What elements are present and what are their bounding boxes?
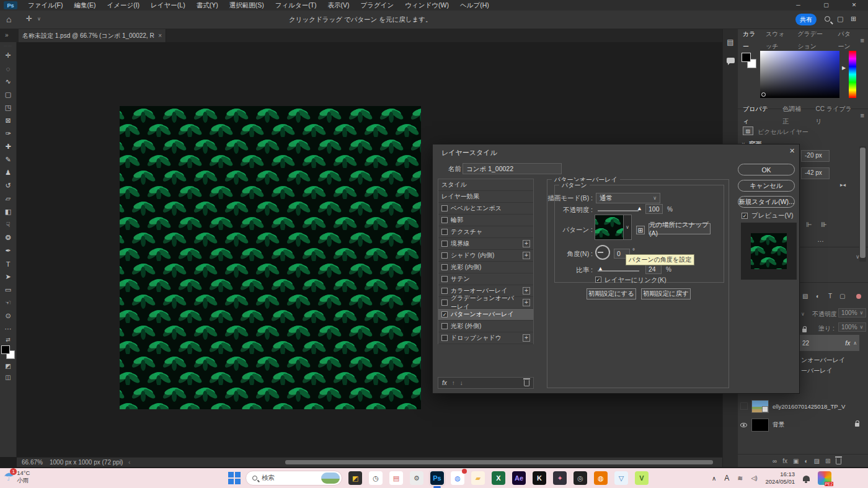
chemistry-app[interactable]: ▽ [613,470,629,486]
layer-row-photo[interactable]: elly20160701425018_TP_V [740,398,868,414]
menu-item[interactable]: 編集(E) [68,0,101,11]
panel-scrollbar[interactable] [859,146,866,262]
excel-app[interactable]: X [490,470,507,486]
add-effect-icon[interactable]: + [523,334,530,342]
delete-effect-icon[interactable] [524,380,529,386]
link-layers-icon[interactable]: ∞ [773,458,777,464]
align-icon[interactable]: ⊩ [806,221,812,229]
set-default-button[interactable]: 初期設定にする [587,288,636,299]
filter-pixel-icon[interactable]: ▧ [802,293,808,299]
move-tool-icon[interactable]: ✛ [26,14,32,23]
opacity-slider[interactable] [598,210,639,211]
move-down-icon[interactable]: ↓ [460,379,463,386]
menu-item[interactable]: プラグイン [355,0,400,11]
tray-overflow-icon[interactable]: ∧ [712,475,716,482]
eraser-tool[interactable]: ▱ [0,192,17,205]
スタイル[interactable]: スタイル + [438,179,533,191]
scale-field[interactable]: 24 [645,264,662,274]
fx-badge[interactable]: fx [845,340,850,347]
start-button[interactable] [228,472,241,484]
tab-gradients[interactable]: グラデーション [792,28,833,53]
add-effect-icon[interactable]: + [523,252,530,259]
gradient-tool[interactable]: ◧ [0,205,17,218]
scale-slider[interactable] [598,270,639,272]
dialog-close-icon[interactable]: ✕ [789,147,795,155]
opacity-slider-thumb[interactable]: ▲ [637,205,642,211]
selected-layer-row[interactable]: 22 fx ∧ [800,335,859,351]
shape-tool[interactable]: ▭ [0,283,17,296]
ドロップシャドウ[interactable]: ドロップシャドウ + [438,332,533,344]
scrollbar-thumb[interactable] [860,148,866,258]
history-panel-icon[interactable]: ▤ [727,38,733,47]
foreground-color-swatch[interactable] [742,53,751,62]
home-icon[interactable]: ⌂ [6,14,11,24]
toolbar-grip[interactable]: ⋯⋯ [4,43,12,48]
hue-bar[interactable] [849,51,856,98]
テクスチャ[interactable]: テクスチャ + [438,226,533,238]
adjustment-layer-icon[interactable]: ◐ [804,458,808,464]
collapse-effects-icon[interactable]: ∧ [853,340,857,346]
tab-adjustments[interactable]: 色調補正 [777,103,811,128]
visibility-toggle-icon[interactable] [740,402,748,410]
panel-menu-icon[interactable]: ≡ [861,37,864,44]
clone-stamp-tool[interactable]: ♟ [0,166,17,179]
minimize-button[interactable]: ─ [784,0,812,11]
tab-close-icon[interactable]: × [158,32,162,39]
hand-tool[interactable]: ☜ [0,296,17,309]
layer-name[interactable]: elly20160701425018_TP_V [773,403,845,410]
ime-indicator[interactable]: A [724,474,729,482]
zoom-tool[interactable]: ⊙ [0,309,17,322]
グラデーションオーバーレイ[interactable]: グラデーションオーバーレイ + [438,297,533,309]
menu-item[interactable]: レイヤー(L) [145,0,191,11]
type-tool[interactable]: T [0,257,17,270]
layer-style-icon[interactable]: fx [782,458,787,464]
blend-mode-select[interactable]: 通常 ∨ [596,193,660,203]
style-checkbox[interactable] [441,217,448,223]
color-field-marker[interactable] [761,92,766,97]
opacity-field[interactable]: 100 [645,204,663,214]
サテン[interactable]: サテン + [438,273,533,285]
pattern-thumbnail[interactable] [595,215,623,239]
chevron-down-icon[interactable]: ∨ [860,310,864,316]
search-icon[interactable] [825,16,830,22]
panel-menu-icon[interactable]: ≡ [861,112,864,119]
new-group-icon[interactable]: ▨ [813,458,819,464]
style-checkbox[interactable] [441,323,448,329]
history-brush-tool[interactable]: ↺ [0,179,17,192]
clock-app[interactable]: ◷ [368,470,384,486]
weather-widget[interactable]: ☂ 1 14°C 小雨 [4,469,30,484]
horizontal-scrollbar[interactable] [285,460,713,464]
layer-row-background[interactable]: 背景 [740,417,868,433]
境界線[interactable]: 境界線 + [438,238,533,250]
menu-item[interactable]: イメージ(I) [101,0,145,11]
dodge-tool[interactable]: ❂ [0,231,17,244]
chrome-app[interactable]: ◍ [450,470,466,486]
style-checkbox[interactable] [441,311,448,317]
tab-overflow-icon[interactable]: » [5,32,9,38]
angle-dial[interactable] [595,245,610,260]
add-effect-icon[interactable]: + [523,240,530,247]
filter-adjustment-icon[interactable]: ◐ [816,293,820,299]
preview-toggle[interactable]: プレビュー(V) [742,211,793,220]
frame-tool[interactable]: ⊠ [0,114,17,127]
style-checkbox[interactable] [441,264,448,270]
tab-cc-libraries[interactable]: CC ライブラリ [810,103,860,128]
widget-app[interactable]: ◩ [347,470,363,486]
comment-panel-icon[interactable] [727,58,735,63]
preview-checkbox[interactable] [742,213,748,219]
transform-y-field[interactable]: -42 px [801,167,830,179]
tab-swatches[interactable]: スウォッチ [761,28,792,53]
lasso-tool[interactable]: ∿ [0,75,17,88]
document-tab[interactable]: 名称未設定 1.psd @ 66.7% (コンポ 1_00022, RGB/8#… [19,29,166,42]
fx-icon[interactable]: fx [442,379,447,386]
eyedropper-tool[interactable]: ✑ [0,127,17,140]
taskbar-search[interactable]: 検索 [246,471,342,486]
more-options-icon[interactable]: … [817,236,824,243]
new-pattern-icon[interactable]: ⊞ [636,226,645,234]
style-checkbox[interactable] [441,205,448,211]
tab-color[interactable]: カラー [738,28,761,53]
blender-app[interactable]: ◍ [593,470,609,486]
edit-toolbar-button[interactable]: ⋯ [0,322,17,335]
ok-button[interactable]: OK [738,164,795,175]
reset-default-button[interactable]: 初期設定に戻す [641,288,691,299]
